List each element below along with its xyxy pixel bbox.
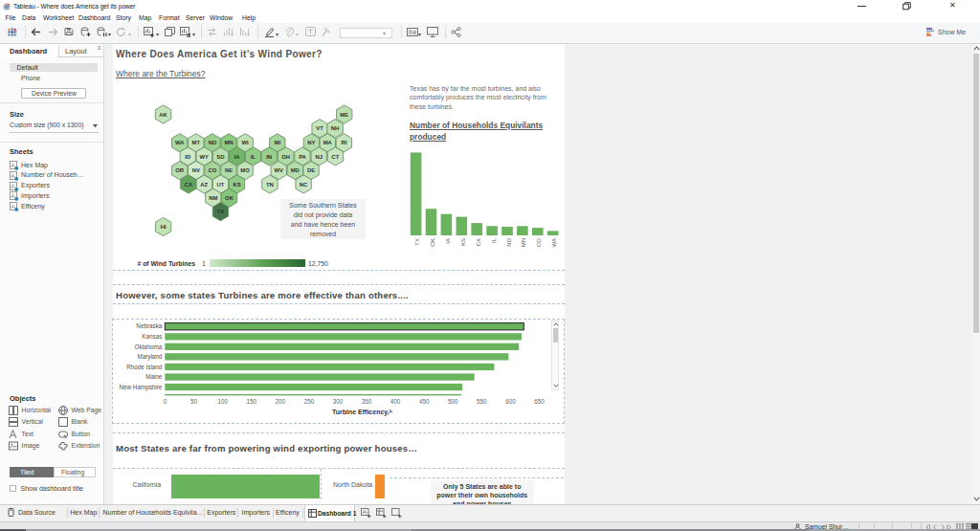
svg-text:600: 600 <box>505 398 516 405</box>
svg-text:WA: WA <box>551 238 557 247</box>
svg-text:AK: AK <box>159 112 167 118</box>
svg-text:OR: OR <box>175 167 185 173</box>
svg-text:ND: ND <box>208 140 216 145</box>
svg-text:Nebraska: Nebraska <box>136 322 162 329</box>
svg-text:CA: CA <box>184 182 192 188</box>
svg-text:450: 450 <box>419 398 430 405</box>
svg-text:WY: WY <box>199 154 209 160</box>
svg-text:Maryland: Maryland <box>137 353 162 361</box>
svg-text:CT: CT <box>331 154 339 160</box>
svg-text:MN: MN <box>521 238 526 247</box>
svg-text:PA: PA <box>299 154 306 160</box>
svg-text:Maine: Maine <box>145 373 163 380</box>
svg-text:100: 100 <box>217 398 228 405</box>
svg-text:50: 50 <box>190 398 198 405</box>
svg-text:MO: MO <box>240 167 250 173</box>
svg-text:NH: NH <box>330 125 339 131</box>
svg-text:TX: TX <box>414 238 420 246</box>
svg-text:ND: ND <box>506 237 512 246</box>
svg-text:250: 250 <box>304 398 315 405</box>
svg-text:IA: IA <box>445 238 451 244</box>
svg-text:CA: CA <box>476 238 481 246</box>
svg-text:KS: KS <box>460 238 466 246</box>
svg-text:WV: WV <box>274 167 283 173</box>
svg-text:0: 0 <box>164 398 167 405</box>
svg-text:WI: WI <box>241 140 249 145</box>
svg-text:IA: IA <box>234 154 240 160</box>
svg-text:ME: ME <box>340 112 348 118</box>
svg-text:TN: TN <box>265 182 273 188</box>
svg-text:MA: MA <box>323 140 332 145</box>
svg-text:MI: MI <box>274 140 280 145</box>
svg-text:AZ: AZ <box>200 182 208 188</box>
svg-text:NY: NY <box>307 140 315 145</box>
svg-text:550: 550 <box>477 398 487 405</box>
svg-text:650: 650 <box>534 398 545 405</box>
svg-text:New Hampshire: New Hampshire <box>120 384 163 391</box>
svg-text:OK: OK <box>225 195 234 201</box>
svg-text:IL: IL <box>491 237 497 243</box>
svg-text:SD: SD <box>216 154 224 160</box>
svg-text:500: 500 <box>448 398 458 405</box>
svg-text:VT: VT <box>316 125 323 131</box>
svg-text:Kansas: Kansas <box>142 333 162 340</box>
svg-text:CO: CO <box>208 167 216 173</box>
svg-text:ID: ID <box>185 154 190 160</box>
svg-text:350: 350 <box>362 398 372 405</box>
svg-text:150: 150 <box>246 398 256 405</box>
svg-text:MD: MD <box>290 167 299 173</box>
svg-text:TX: TX <box>216 209 224 214</box>
svg-text:DE: DE <box>306 167 314 173</box>
svg-text:MN: MN <box>224 140 233 145</box>
svg-text:RI: RI <box>341 140 346 145</box>
svg-text:OH: OH <box>281 154 290 160</box>
svg-text:CO: CO <box>536 238 542 247</box>
svg-text:NE: NE <box>224 167 232 173</box>
svg-text:200: 200 <box>276 398 286 405</box>
svg-text:Rhode Island: Rhode Island <box>126 364 163 370</box>
svg-text:NM: NM <box>209 195 217 201</box>
svg-text:IN: IN <box>266 154 272 160</box>
svg-text:IL: IL <box>250 154 256 160</box>
svg-text:MT: MT <box>191 140 200 145</box>
svg-text:Oklahoma: Oklahoma <box>135 343 163 350</box>
svg-text:WA: WA <box>174 140 184 145</box>
svg-text:KS: KS <box>233 182 240 188</box>
svg-text:NJ: NJ <box>315 154 323 160</box>
svg-text:300: 300 <box>333 398 344 405</box>
svg-text:UT: UT <box>216 182 224 188</box>
svg-text:400: 400 <box>390 398 401 405</box>
svg-text:OK: OK <box>430 238 435 247</box>
svg-text:HI: HI <box>160 224 166 230</box>
svg-text:NV: NV <box>191 167 199 173</box>
svg-text:NC: NC <box>299 182 307 188</box>
